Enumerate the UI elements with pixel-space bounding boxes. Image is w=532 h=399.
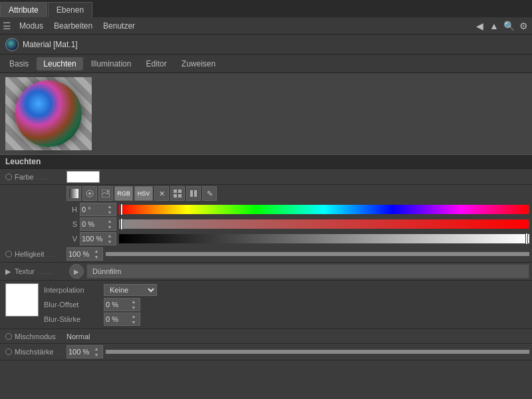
s-label: S [66, 220, 80, 228]
v-thumb[interactable] [525, 233, 528, 245]
farbe-label: Farbe . . . . [0, 173, 66, 181]
nav-back-icon[interactable]: ◀ [473, 20, 485, 32]
menu-modus[interactable]: Modus [14, 20, 49, 32]
blur-offset-input[interactable]: ▲ ▼ [104, 298, 140, 311]
svg-rect-6 [178, 190, 182, 193]
tab-leuchten[interactable]: Leuchten [37, 57, 82, 70]
h-thumb[interactable] [120, 203, 123, 215]
blur-staerke-input[interactable]: ▲ ▼ [104, 313, 140, 326]
mischmodus-label: Mischmodus [0, 332, 66, 340]
blur-staerke-down[interactable]: ▼ [130, 319, 138, 325]
tab-ebenen[interactable]: Ebenen [48, 2, 92, 17]
v-input[interactable]: ▲ ▼ [80, 232, 116, 245]
h-up-arrow[interactable]: ▲ [106, 203, 114, 209]
farbe-row: Farbe . . . . [0, 169, 532, 185]
blur-staerke-field[interactable] [104, 315, 130, 324]
x-btn[interactable]: ✕ [154, 186, 169, 201]
s-down-arrow[interactable]: ▼ [106, 224, 114, 230]
s-track[interactable] [119, 219, 529, 229]
svg-rect-9 [190, 190, 193, 197]
textur-play-button[interactable]: ▶ [69, 264, 84, 279]
interpolation-select[interactable]: Keine [104, 284, 157, 296]
svg-point-4 [107, 191, 109, 193]
helligkeit-down-arrow[interactable]: ▼ [92, 254, 100, 260]
mischstaerke-up[interactable]: ▲ [92, 346, 100, 352]
textur-expand-icon[interactable]: ▶ [5, 267, 11, 276]
material-header: Material [Mat.1] [0, 35, 532, 55]
tab-illumination[interactable]: Illumination [84, 57, 138, 70]
svg-rect-10 [194, 190, 197, 197]
color-swatch[interactable] [66, 171, 100, 183]
h-row: H ▲ ▼ [0, 202, 532, 217]
material-preview-icon [5, 38, 19, 51]
blur-staerke-up[interactable]: ▲ [130, 313, 138, 319]
tab-editor[interactable]: Editor [139, 57, 173, 70]
svg-rect-0 [69, 189, 78, 198]
material-preview [5, 77, 92, 150]
texture-thumbnail [5, 283, 39, 317]
interpolation-label: Interpolation [44, 286, 104, 294]
blur-offset-down[interactable]: ▼ [130, 305, 138, 311]
helligkeit-input[interactable]: ▲ ▼ [66, 247, 103, 261]
h-input[interactable]: ▲ ▼ [80, 203, 116, 216]
sample-icon[interactable] [186, 186, 201, 201]
farbe-dots: . . . . [37, 173, 46, 181]
textur-name: Dünnfilm [86, 264, 529, 279]
h-value-field[interactable] [80, 205, 106, 214]
h-track[interactable] [119, 205, 529, 214]
helligkeit-radio[interactable] [5, 251, 12, 257]
v-down-arrow[interactable]: ▼ [106, 239, 114, 245]
nav-up-icon[interactable]: ▲ [488, 20, 500, 32]
blur-offset-up[interactable]: ▲ [130, 299, 138, 305]
helligkeit-value-field[interactable] [67, 249, 92, 259]
gear-icon[interactable]: ⚙ [517, 20, 529, 32]
v-value-field[interactable] [80, 234, 106, 243]
mischstaerke-track[interactable] [106, 350, 529, 354]
mischstaerke-down[interactable]: ▼ [92, 352, 100, 358]
mischstaerke-radio[interactable] [5, 348, 12, 355]
mischstaerke-field[interactable] [67, 347, 92, 356]
helligkeit-row: Helligkeit . . . ▲ ▼ [0, 246, 532, 263]
helligkeit-label: Helligkeit . . . [0, 250, 66, 258]
helligkeit-track[interactable] [106, 252, 529, 256]
eyedropper-icon[interactable]: ✎ [202, 186, 217, 201]
gradient-icon[interactable] [66, 186, 81, 201]
svg-rect-8 [178, 194, 182, 198]
blur-offset-label: Blur-Offset [44, 301, 104, 309]
image-icon[interactable] [98, 186, 113, 201]
menu-benutzer[interactable]: Benutzer [98, 20, 140, 32]
rgb-btn[interactable]: RGB [114, 186, 133, 201]
svg-rect-7 [174, 194, 177, 198]
preview-sphere [15, 80, 82, 147]
h-label: H [66, 205, 80, 213]
wheel-icon[interactable] [82, 186, 97, 201]
tab-basis[interactable]: Basis [3, 57, 35, 70]
s-thumb[interactable] [120, 218, 123, 230]
tab-zuweisen[interactable]: Zuweisen [175, 57, 222, 70]
v-row: V ▲ ▼ [0, 231, 532, 246]
tab-attribute[interactable]: Attribute [0, 2, 47, 17]
grid-icon[interactable] [170, 186, 185, 201]
texture-details: Interpolation Keine Blur-Offset ▲ ▼ B [0, 281, 532, 329]
s-value-field[interactable] [80, 219, 106, 229]
hsv-btn[interactable]: HSV [134, 186, 153, 201]
s-up-arrow[interactable]: ▲ [106, 218, 114, 224]
v-up-arrow[interactable]: ▲ [106, 233, 114, 239]
mischstaerke-input[interactable]: ▲ ▼ [66, 345, 103, 358]
s-input[interactable]: ▲ ▼ [80, 217, 116, 231]
helligkeit-up-arrow[interactable]: ▲ [92, 248, 100, 254]
blur-staerke-row: Blur-Stärke ▲ ▼ [44, 313, 532, 326]
blur-offset-field[interactable] [104, 300, 130, 309]
svg-point-2 [88, 192, 91, 195]
mischstaerke-label: Mischstärke . . . [0, 348, 66, 356]
textur-row: ▶ Textur . . . . . . ▶ Dünnfilm [0, 263, 532, 281]
blur-offset-row: Blur-Offset ▲ ▼ [44, 298, 532, 311]
h-down-arrow[interactable]: ▼ [106, 209, 114, 215]
mischmodus-radio[interactable] [5, 333, 12, 340]
search-icon[interactable]: 🔍 [503, 20, 515, 32]
v-track[interactable] [119, 234, 529, 243]
s-row: S ▲ ▼ [0, 217, 532, 231]
menu-bearbeiten[interactable]: Bearbeiten [49, 20, 98, 32]
color-toolbar: RGB HSV ✕ ✎ [0, 185, 532, 202]
farbe-radio[interactable] [5, 174, 12, 180]
